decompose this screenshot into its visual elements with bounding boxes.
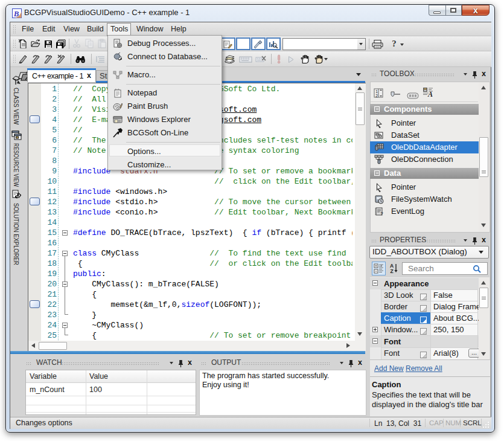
svg-text:1: 1: [375, 89, 378, 94]
svg-text:Z: Z: [390, 268, 393, 274]
svg-text:B: B: [13, 9, 19, 18]
svg-text:?: ?: [392, 39, 397, 48]
svg-text:?: ?: [380, 211, 383, 216]
svg-text:A: A: [427, 90, 433, 97]
svg-text:2: 2: [375, 94, 378, 98]
